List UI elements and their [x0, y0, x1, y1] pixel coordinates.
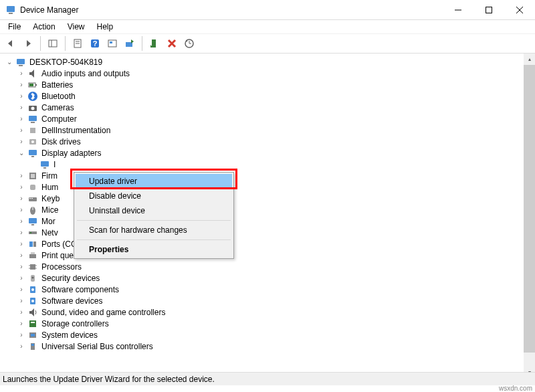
expander-icon[interactable]: › — [16, 262, 27, 272]
display-icon — [39, 159, 51, 170]
menu-file[interactable]: File — [3, 21, 26, 33]
expander-icon[interactable]: › — [16, 250, 27, 261]
expander-icon[interactable]: › — [16, 330, 27, 340]
tree-category[interactable]: ›Audio inputs and outputs — [1, 68, 534, 79]
expander-icon[interactable]: › — [16, 68, 27, 79]
svg-rect-28 — [29, 116, 37, 121]
scroll-up-icon[interactable]: ▴ — [524, 54, 535, 65]
scan-hardware-button[interactable] — [181, 35, 197, 52]
tree-category[interactable]: ›DellInstrumentation — [1, 124, 534, 136]
context-menu-separator — [77, 239, 231, 240]
scan-button[interactable] — [104, 35, 120, 52]
close-button[interactable] — [504, 0, 535, 20]
sound-icon — [27, 307, 39, 318]
minimize-button[interactable] — [443, 0, 473, 20]
expander-icon[interactable]: › — [16, 216, 27, 227]
expander-icon[interactable]: › — [16, 205, 27, 215]
expander-icon[interactable]: › — [16, 171, 27, 181]
update-driver-button[interactable] — [122, 35, 138, 52]
menu-help[interactable]: Help — [92, 21, 119, 33]
svg-rect-35 — [41, 161, 49, 167]
menu-view[interactable]: View — [62, 21, 90, 33]
tree-category[interactable]: ›Disk drives — [1, 136, 534, 147]
expander-icon[interactable]: › — [16, 341, 27, 352]
expander-icon[interactable]: › — [16, 80, 27, 90]
category-label: Disk drives — [40, 137, 82, 146]
expander-icon[interactable]: › — [16, 239, 27, 250]
tree-category[interactable]: ›Processors — [1, 261, 534, 272]
audio-icon — [27, 68, 39, 79]
expander-icon[interactable]: › — [16, 193, 27, 204]
context-menu-item[interactable]: Update driver — [76, 174, 232, 189]
context-menu-item[interactable]: Disable device — [76, 189, 232, 203]
expander-icon[interactable]: › — [16, 227, 27, 238]
mouse-icon — [27, 205, 39, 215]
camera-icon — [27, 102, 39, 113]
toolbar-separator — [40, 36, 41, 51]
expander-icon[interactable]: › — [16, 318, 27, 329]
expander-icon[interactable]: › — [16, 114, 27, 124]
svg-rect-20 — [17, 59, 25, 64]
context-menu: Update driverDisable deviceUninstall dev… — [74, 172, 234, 259]
tree-category[interactable]: ›Sound, video and game controllers — [1, 306, 534, 318]
menu-action[interactable]: Action — [27, 21, 60, 33]
tree-category[interactable]: ›Batteries — [1, 79, 534, 90]
tree-category[interactable]: ›Security devices — [1, 272, 534, 284]
tree-category[interactable]: ›Software devices — [1, 295, 534, 306]
svg-rect-3 — [486, 7, 492, 13]
category-label: Sound, video and game controllers — [40, 308, 167, 317]
maximize-button[interactable] — [473, 0, 504, 20]
hid-icon — [27, 182, 39, 193]
expander-icon[interactable]: › — [16, 296, 27, 306]
help-button[interactable]: ? — [87, 35, 103, 52]
tree-category[interactable]: ›Storage controllers — [1, 318, 534, 329]
tree-device[interactable]: I — [1, 159, 534, 170]
category-label: Bluetooth — [40, 92, 77, 101]
expander-icon[interactable]: › — [16, 182, 27, 193]
uninstall-button[interactable] — [164, 35, 180, 52]
toolbar-separator — [65, 36, 66, 51]
tree-category[interactable]: ⌄Display adapters — [1, 147, 534, 159]
svg-rect-69 — [31, 344, 34, 346]
scrollbar[interactable]: ▴ ▾ — [524, 54, 535, 378]
expander-icon[interactable]: › — [16, 91, 27, 102]
context-menu-separator — [77, 220, 231, 221]
tree-category[interactable]: ›Cameras — [1, 102, 534, 113]
enable-button[interactable] — [146, 35, 163, 52]
status-text: Launches the Update Driver Wizard for th… — [3, 375, 215, 384]
context-menu-item[interactable]: Uninstall device — [76, 203, 232, 218]
tree-category[interactable]: ›Universal Serial Bus controllers — [1, 340, 534, 352]
window-title: Device Manager — [20, 5, 443, 15]
expander-icon[interactable]: › — [16, 284, 27, 295]
tree-category[interactable]: ›Bluetooth — [1, 90, 534, 102]
context-menu-item[interactable]: Properties — [76, 242, 232, 257]
expander-icon[interactable]: › — [16, 307, 27, 318]
tree-category[interactable]: ›System devices — [1, 329, 534, 340]
cpu-icon — [27, 262, 39, 272]
expander-icon[interactable]: › — [16, 136, 27, 147]
tree-category[interactable]: ›Software components — [1, 284, 534, 295]
expander-icon[interactable]: › — [16, 273, 27, 284]
expander-icon[interactable]: › — [16, 125, 27, 136]
back-button[interactable] — [3, 35, 19, 52]
port-icon — [27, 239, 39, 250]
toolbar-separator — [142, 36, 142, 51]
properties-button[interactable] — [70, 35, 86, 52]
expander-icon[interactable]: ⌄ — [4, 57, 15, 68]
software-icon — [27, 284, 39, 295]
svg-point-61 — [31, 288, 34, 291]
expander-icon[interactable]: ⌄ — [16, 148, 27, 159]
printer-icon — [27, 250, 39, 261]
tree-category[interactable]: ›Computer — [1, 113, 534, 124]
context-menu-item[interactable]: Scan for hardware changes — [76, 223, 232, 237]
forward-button[interactable] — [20, 35, 36, 52]
category-label: Processors — [40, 262, 83, 272]
show-hide-button[interactable] — [45, 35, 61, 52]
expander-icon[interactable]: › — [16, 102, 27, 113]
svg-rect-53 — [30, 264, 35, 270]
computer-icon — [27, 114, 39, 124]
computer-icon — [15, 57, 27, 68]
scrollbar-thumb[interactable] — [524, 65, 535, 353]
bluetooth-icon — [27, 91, 39, 102]
tree-root[interactable]: ⌄ DESKTOP-504K819 — [1, 56, 534, 68]
